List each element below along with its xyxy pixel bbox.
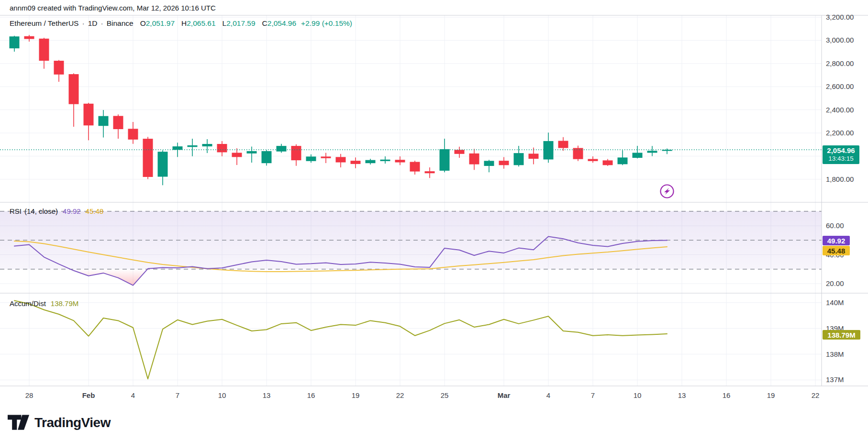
candle-body [558, 141, 568, 148]
time-tick-label: 16 [307, 391, 315, 399]
time-tick-label: 25 [441, 391, 449, 399]
candle-body [99, 116, 109, 126]
candle-body [366, 160, 376, 164]
tradingview-logo[interactable]: TradingView [8, 414, 111, 431]
candle-body [484, 161, 494, 166]
candle-body [455, 150, 465, 154]
candle-body [158, 152, 168, 176]
legend-separator: · [82, 19, 84, 28]
candle-body [306, 156, 316, 161]
candle-body [618, 157, 628, 164]
price-tick-label: 2,400.00 [826, 106, 854, 114]
rsi-ma-value: 45.48 [86, 207, 104, 215]
time-tick-label: 7 [176, 391, 179, 399]
price-tick-label: 1,800.00 [826, 175, 854, 183]
tradingview-logo-text: TradingView [34, 415, 111, 430]
candle-body [514, 153, 524, 165]
candle-body [217, 144, 227, 152]
candle-body [588, 159, 598, 161]
price-tick-label: 2,600.00 [826, 82, 854, 90]
candle-body [529, 154, 539, 159]
time-tick-label: 10 [634, 391, 642, 399]
ad-tick-label: 137M [826, 375, 844, 384]
candle-body [84, 104, 94, 125]
time-tick-label: Mar [498, 391, 511, 399]
rsi-value-badge: 49.92 [823, 236, 850, 245]
candle-body [128, 129, 138, 140]
candle-body [262, 151, 272, 163]
attribution-text: annm09 created with TradingView.com, Mar… [10, 4, 216, 12]
candle-body [143, 139, 153, 177]
ohlc-high: H2,065.61 [181, 19, 216, 28]
candle-body [425, 171, 435, 173]
time-tick-label: 22 [812, 391, 820, 399]
candle-body [39, 39, 49, 61]
rsi-legend[interactable]: RSI (14, close) 49.92 45.48 [10, 207, 103, 215]
current-price-value: 2,054.96 [827, 146, 855, 155]
candle-body [10, 36, 20, 48]
price-tick-label: 3,200.00 [826, 13, 854, 21]
candle-body [395, 160, 405, 162]
price-chart-canvas[interactable]: 3,200.003,000.002,800.002,600.002,400.00… [0, 0, 868, 440]
time-tick-label: 19 [352, 391, 360, 399]
candle-body [24, 36, 34, 39]
time-tick-label: 19 [767, 391, 775, 399]
symbol-legend[interactable]: Ethereum / TetherUS · 1D · Binance O2,05… [10, 19, 352, 28]
candle-body [380, 160, 390, 161]
ohlc-low: L2,017.59 [223, 19, 256, 28]
candle-body [188, 145, 198, 147]
price-tick-label: 2,200.00 [826, 129, 854, 137]
rsi-params: (14, close) [24, 207, 58, 215]
rsi-tick-label: 20.00 [826, 279, 844, 287]
candle-body [202, 144, 212, 146]
price-tick-label: 2,800.00 [826, 59, 854, 67]
candle-body [173, 146, 183, 150]
candle-body [247, 151, 257, 154]
chart-window: 3,200.003,000.002,800.002,600.002,400.00… [0, 0, 868, 440]
time-tick-label: 28 [25, 391, 33, 399]
exchange-label: Binance [107, 19, 134, 28]
time-tick-label: 10 [218, 391, 226, 399]
time-tick-label: 4 [546, 391, 550, 399]
ohlc-close: C2,054.96 [262, 19, 297, 28]
legend-separator: · [100, 19, 103, 28]
candle-body [321, 156, 331, 158]
candle-body [69, 74, 79, 104]
time-tick-label: 13 [678, 391, 686, 399]
candle-body [277, 146, 287, 152]
interval-label[interactable]: 1D [88, 19, 98, 28]
tradingview-logo-icon [8, 414, 30, 431]
candle-body [54, 61, 64, 75]
candle-body [603, 160, 613, 165]
ohlc-open: O2,051.97 [140, 19, 175, 28]
candle-body [291, 146, 301, 160]
rsi-label[interactable]: RSI [10, 207, 22, 215]
candle-body [336, 157, 346, 162]
time-tick-label: 4 [131, 391, 135, 399]
accum-dist-legend[interactable]: Accum/Dist 138.79M [10, 299, 78, 308]
candle-body [633, 153, 643, 158]
time-tick-label: Feb [82, 391, 95, 399]
rsi-value: 49.92 [63, 207, 81, 215]
candle-body [232, 153, 242, 157]
candle-body [410, 162, 420, 172]
rsi-tick-label: 60.00 [826, 221, 844, 230]
candle-body [544, 141, 554, 159]
time-tick-label: 22 [396, 391, 404, 399]
candle-body [647, 151, 657, 153]
time-tick-label: 16 [723, 391, 731, 399]
candle-body [113, 116, 123, 129]
symbol-name[interactable]: Ethereum / TetherUS [10, 19, 78, 28]
accum-dist-label[interactable]: Accum/Dist [10, 299, 46, 308]
rsi-ma-value-badge: 45.48 [823, 246, 850, 255]
candle-body [440, 149, 450, 171]
current-price-badge: 2,054.96 13:43:15 [823, 145, 859, 164]
change-value: +2.99 (+0.15%) [301, 19, 352, 28]
time-tick-label: 13 [263, 391, 271, 399]
price-tick-label: 3,000.00 [826, 36, 854, 44]
countdown-timer: 13:43:15 [828, 155, 854, 163]
time-tick-label: 7 [591, 391, 595, 399]
candle-body [351, 161, 361, 164]
accum-dist-value-badge: 138.79M [823, 330, 860, 340]
candle-body [469, 154, 479, 165]
